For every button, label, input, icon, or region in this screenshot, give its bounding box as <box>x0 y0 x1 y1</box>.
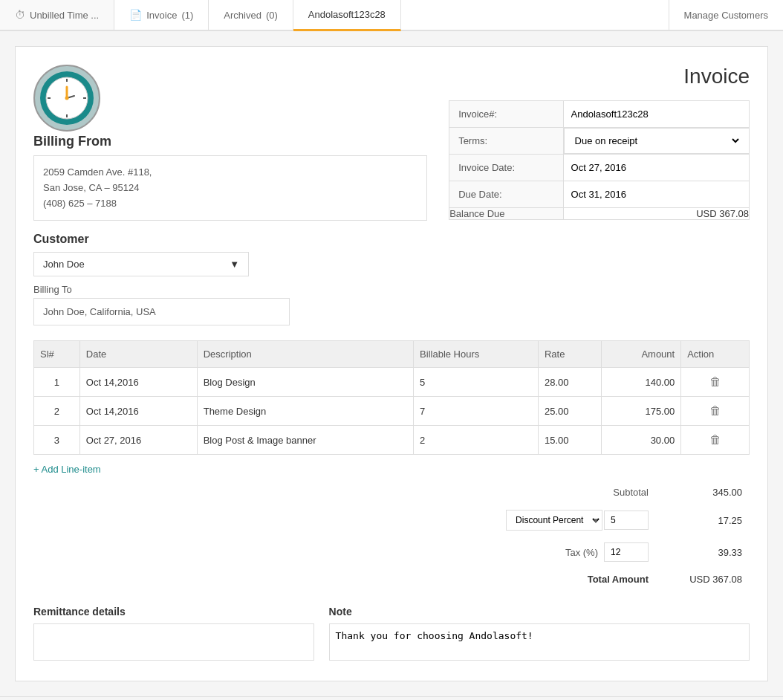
row-amount: 30.00 <box>602 426 681 455</box>
row-description: Theme Design <box>197 397 413 426</box>
row-date: Oct 14,2016 <box>79 368 197 397</box>
add-line-item-button[interactable]: + Add Line-item <box>33 464 101 475</box>
billing-address-line2: San Jose, CA – 95124 <box>43 181 418 196</box>
table-row: 1 Oct 14,2016 Blog Design 5 28.00 140.00… <box>34 368 750 397</box>
row-amount: 175.00 <box>602 397 681 426</box>
col-action: Action <box>681 341 750 368</box>
customer-dropdown[interactable]: John Doe ▼ <box>33 252 249 276</box>
top-section: Billing From 2059 Camden Ave. #118, San … <box>33 65 750 325</box>
discount-type-select[interactable]: Discount Percent Discount Amount <box>506 510 602 531</box>
tax-label-cell: Tax (%) <box>438 537 656 568</box>
row-hours: 7 <box>414 397 539 426</box>
customer-section: Customer John Doe ▼ Billing To John Doe,… <box>33 233 427 325</box>
col-sl: Sl# <box>34 341 80 368</box>
invoice-card: Billing From 2059 Camden Ave. #118, San … <box>15 46 768 681</box>
row-hours: 2 <box>414 426 539 455</box>
remittance-input[interactable] <box>33 623 314 661</box>
note-section: Note Thank you for choosing Andolasoft! <box>329 606 750 663</box>
billing-from-title: Billing From <box>33 134 427 149</box>
due-date-row: Due Date: <box>449 181 750 208</box>
bottom-section: Remittance details Note Thank you for ch… <box>33 606 750 663</box>
add-line-section: + Add Line-item <box>33 464 750 475</box>
invoice-date-value <box>563 155 749 181</box>
invoice-date-label: Invoice Date: <box>449 155 563 181</box>
note-label: Note <box>329 606 750 618</box>
tab-archived[interactable]: Archived (0) <box>209 0 293 30</box>
customer-label: Customer <box>33 233 427 246</box>
footer-bar: Save & Send ▼ or Cancel Preview & Print <box>0 696 783 700</box>
row-date: Oct 14,2016 <box>79 397 197 426</box>
main-content: Billing From 2059 Camden Ave. #118, San … <box>0 31 783 696</box>
customer-selected-value: John Doe <box>43 259 85 270</box>
discount-value: 17.25 <box>656 504 750 537</box>
line-items-table: Sl# Date Description Billable Hours Rate… <box>33 340 750 455</box>
tab-andolasoft[interactable]: Andolasoft123c28 <box>293 0 401 31</box>
invoice-date-input[interactable] <box>571 162 741 173</box>
discount-wrap: Discount Percent Discount Amount ▼ <box>445 510 649 531</box>
total-amount-label: Total Amount <box>438 568 656 591</box>
tab-invoice-label: Invoice <box>146 10 177 21</box>
due-date-input[interactable] <box>571 189 741 200</box>
document-icon: 📄 <box>129 9 142 21</box>
tab-unbilled-time[interactable]: ⏱ Unbilled Time ... <box>0 0 114 30</box>
subtotal-value: 345.00 <box>656 481 750 504</box>
col-date: Date <box>79 341 197 368</box>
subtotal-row: Subtotal 345.00 <box>438 481 750 504</box>
remittance-label: Remittance details <box>33 606 314 618</box>
row-sl: 3 <box>34 426 80 455</box>
tax-label: Tax (%) <box>565 547 598 558</box>
delete-row-button[interactable]: 🗑 <box>709 404 721 418</box>
tab-unbilled-label: Unbilled Time ... <box>30 10 99 21</box>
remittance-section: Remittance details <box>33 606 314 663</box>
col-amount: Amount <box>602 341 681 368</box>
billing-address-line3: (408) 625 – 7188 <box>43 196 418 212</box>
balance-due-row: Balance Due USD 367.08 <box>449 208 750 220</box>
table-header-row: Sl# Date Description Billable Hours Rate… <box>34 341 750 368</box>
discount-percent-input[interactable] <box>604 511 649 530</box>
billing-address-line1: 2059 Camden Ave. #118, <box>43 165 418 181</box>
discount-controls: Discount Percent Discount Amount ▼ <box>438 504 656 537</box>
invoice-number-row: Invoice#: <box>449 101 750 128</box>
row-action: 🗑 <box>681 397 750 426</box>
company-logo <box>33 65 427 134</box>
tab-invoice-badge: (1) <box>181 10 193 21</box>
terms-row: Terms: Due on receipt Net 15 Net 30 Net … <box>449 128 750 155</box>
balance-due-label: Balance Due <box>449 208 563 220</box>
delete-row-button[interactable]: 🗑 <box>709 433 721 447</box>
terms-value: Due on receipt Net 15 Net 30 Net 60 <box>564 128 750 154</box>
tabs-bar: ⏱ Unbilled Time ... 📄 Invoice (1) Archiv… <box>0 0 783 31</box>
tab-andolasoft-label: Andolasoft123c28 <box>308 9 386 20</box>
manage-customers-button[interactable]: Manage Customers <box>669 0 783 30</box>
discount-row: Discount Percent Discount Amount ▼ 17.25 <box>438 504 750 537</box>
row-hours: 5 <box>414 368 539 397</box>
manage-customers-label: Manage Customers <box>684 10 768 21</box>
tax-value: 39.33 <box>656 537 750 568</box>
invoice-number-input[interactable] <box>571 108 741 120</box>
svg-point-9 <box>65 97 69 100</box>
row-rate: 25.00 <box>538 397 602 426</box>
due-date-label: Due Date: <box>449 181 563 208</box>
row-rate: 15.00 <box>538 426 602 455</box>
row-sl: 2 <box>34 397 80 426</box>
terms-select[interactable]: Due on receipt Net 15 Net 30 Net 60 <box>572 135 741 147</box>
totals-table: Subtotal 345.00 Discount Percent Discoun… <box>438 481 750 591</box>
billing-to-label: Billing To <box>33 284 427 295</box>
totals-section: Subtotal 345.00 Discount Percent Discoun… <box>33 481 750 591</box>
delete-row-button[interactable]: 🗑 <box>709 375 721 389</box>
col-rate: Rate <box>538 341 602 368</box>
row-amount: 140.00 <box>602 368 681 397</box>
total-amount-value: USD 367.08 <box>656 568 750 591</box>
row-description: Blog Post & Image banner <box>197 426 413 455</box>
tax-percent-input[interactable] <box>604 542 649 562</box>
due-date-value <box>563 181 749 208</box>
invoice-title: Invoice <box>449 65 750 88</box>
row-action: 🗑 <box>681 426 750 455</box>
tab-archived-label: Archived <box>224 10 261 21</box>
tab-invoice[interactable]: 📄 Invoice (1) <box>114 0 209 30</box>
note-textarea[interactable]: Thank you for choosing Andolasoft! <box>329 623 750 661</box>
total-amount-row: Total Amount USD 367.08 <box>438 568 750 591</box>
tab-archived-badge: (0) <box>266 10 278 21</box>
tax-row: Tax (%) 39.33 <box>438 537 750 568</box>
right-section: Invoice Invoice#: Terms: Due on receipt <box>449 65 750 325</box>
invoice-number-label: Invoice#: <box>449 101 563 128</box>
